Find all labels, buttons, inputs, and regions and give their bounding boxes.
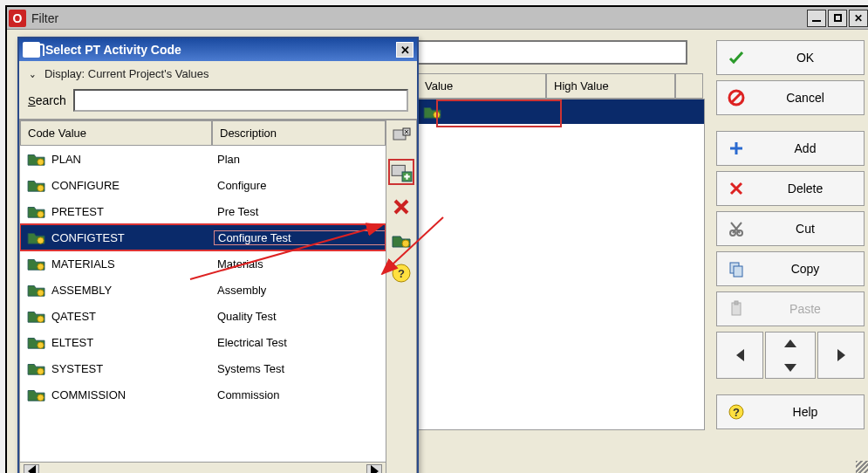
window-title: Filter <box>31 11 807 25</box>
svg-point-12 <box>38 185 44 191</box>
scroll-right-button[interactable] <box>366 464 382 474</box>
prohibit-icon <box>728 89 745 106</box>
svg-point-11 <box>38 159 44 165</box>
code-description: Commission <box>214 388 386 401</box>
delete-button[interactable]: Delete <box>716 171 865 206</box>
dialog-titlebar: Select PT Activity Code ✕ <box>19 38 417 61</box>
dialog-close-button[interactable]: ✕ <box>396 42 413 58</box>
paste-button[interactable]: Paste <box>716 291 865 326</box>
col-header-high-value[interactable]: High Value <box>546 73 675 99</box>
search-input[interactable] <box>73 89 408 112</box>
code-value: SYSTEST <box>51 362 214 375</box>
list-item[interactable]: COMMISSIONCommission <box>20 381 386 408</box>
remove-button[interactable] <box>390 195 413 218</box>
question-icon: ? <box>728 403 745 421</box>
code-description: Assembly <box>214 284 386 297</box>
code-description: Pre Test <box>214 205 386 218</box>
col-header-code-value[interactable]: Code Value <box>20 120 212 146</box>
folder-icon <box>27 334 46 350</box>
move-up-button[interactable] <box>766 332 815 353</box>
code-list: Code Value Description PLANPlanCONFIGURE… <box>19 120 386 473</box>
filter-name-input[interactable] <box>417 40 687 65</box>
search-label: Search <box>28 93 66 107</box>
code-value: ELTEST <box>51 336 214 349</box>
minimize-button[interactable] <box>807 10 826 27</box>
code-description: Quality Test <box>214 310 386 323</box>
col-header-description[interactable]: Description <box>212 120 386 146</box>
svg-rect-8 <box>735 301 738 305</box>
svg-point-15 <box>38 264 44 270</box>
ok-button[interactable]: OK <box>716 40 865 75</box>
folder-icon <box>27 203 46 219</box>
code-value: CONFIGURE <box>51 179 214 192</box>
dialog-icon <box>23 42 40 58</box>
list-item[interactable]: PRETESTPre Test <box>20 198 386 224</box>
horizontal-scrollbar[interactable] <box>20 462 386 473</box>
svg-point-14 <box>38 237 44 243</box>
code-value: CONFIGTEST <box>51 231 214 244</box>
copy-icon <box>728 260 745 278</box>
list-item[interactable]: ELTESTElectrical Test <box>20 329 386 355</box>
folder-icon <box>423 104 442 120</box>
ok-label: OK <box>757 51 853 65</box>
svg-point-20 <box>38 394 44 401</box>
col-header-value[interactable]: Value <box>417 73 546 99</box>
dialog-title: Select PT Activity Code <box>45 43 396 57</box>
code-value: PLAN <box>51 153 214 166</box>
list-item[interactable]: QATESTQuality Test <box>20 303 386 329</box>
maximize-button[interactable] <box>828 10 847 27</box>
col-header-spacer <box>675 73 703 99</box>
close-button[interactable]: ✕ <box>849 10 868 27</box>
svg-text:?: ? <box>733 406 740 419</box>
display-mode-label: Display: Current Project's Values <box>44 67 209 80</box>
clipboard-icon <box>728 300 745 318</box>
folder-icon <box>27 177 46 193</box>
move-right-button[interactable] <box>817 332 865 379</box>
add-label: Add <box>757 141 853 155</box>
display-mode-toggle[interactable]: ⌄ Display: Current Project's Values <box>19 61 417 86</box>
plus-icon <box>728 140 745 157</box>
list-item[interactable]: MATERIALSMaterials <box>20 250 386 277</box>
list-item[interactable]: PLANPlan <box>20 146 386 172</box>
move-down-button[interactable] <box>766 357 815 378</box>
help-button[interactable]: ? Help <box>716 394 865 429</box>
add-button[interactable]: Add <box>716 131 865 166</box>
svg-point-19 <box>38 368 44 374</box>
move-buttons <box>716 332 865 379</box>
copy-button[interactable]: Copy <box>716 251 865 286</box>
code-value: ASSEMBLY <box>51 284 214 297</box>
list-item[interactable]: CONFIGTESTConfigure Test <box>20 224 386 250</box>
folder-icon <box>27 256 46 271</box>
modify-button[interactable] <box>390 229 413 251</box>
oracle-icon: O <box>9 10 26 27</box>
svg-point-16 <box>38 290 44 296</box>
svg-line-2 <box>731 93 742 103</box>
assign-button[interactable] <box>388 159 414 185</box>
code-value: PRETEST <box>51 205 214 218</box>
folder-icon <box>27 230 46 245</box>
folder-icon <box>27 282 46 298</box>
cut-button[interactable]: Cut <box>716 211 865 246</box>
criteria-row[interactable] <box>418 99 704 124</box>
code-description: Materials <box>214 257 386 271</box>
move-left-button[interactable] <box>716 332 763 379</box>
list-item[interactable]: SYSTESTSystems Test <box>20 355 386 381</box>
filter-window: O Filter ✕ Value High Value <box>5 5 868 473</box>
svg-text:?: ? <box>398 267 405 280</box>
paste-label: Paste <box>757 302 853 316</box>
folder-icon <box>27 151 46 167</box>
code-value: COMMISSION <box>51 388 214 401</box>
cancel-button[interactable]: Cancel <box>716 80 865 115</box>
list-item[interactable]: CONFIGUREConfigure <box>20 172 386 198</box>
resize-grip[interactable] <box>856 461 868 473</box>
select-close-button[interactable] <box>390 126 413 148</box>
svg-point-17 <box>38 316 44 322</box>
criteria-grid: Value High Value <box>417 73 705 430</box>
toolbar-help-button[interactable]: ? <box>390 262 413 284</box>
copy-label: Copy <box>757 262 853 276</box>
list-item[interactable]: ASSEMBLYAssembly <box>20 277 386 303</box>
cancel-label: Cancel <box>757 91 853 105</box>
svg-point-0 <box>434 112 440 118</box>
chevron-down-icon: ⌄ <box>29 67 37 80</box>
scroll-left-button[interactable] <box>24 464 39 474</box>
